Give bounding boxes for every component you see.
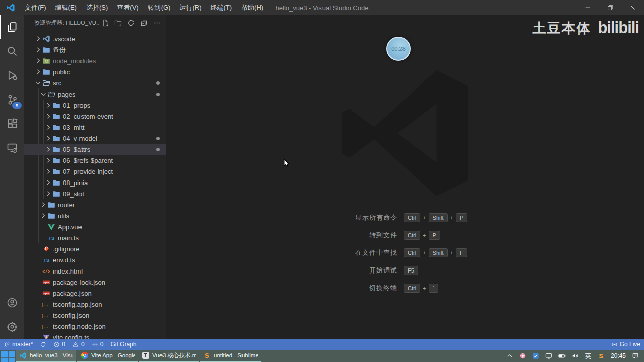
ime-indicator[interactable]: 英	[583, 350, 594, 362]
tree-item[interactable]: 05_$attrs	[24, 144, 166, 155]
chrome-icon	[80, 352, 88, 359]
menu-item-7[interactable]: 帮助(H)	[236, 0, 268, 15]
tree-item[interactable]: vite.config.ts	[24, 332, 166, 339]
activity-item-source-control[interactable]: 5	[0, 87, 24, 112]
tree-item[interactable]: TSmain.ts	[24, 232, 166, 243]
tree-item[interactable]: 08_pinia	[24, 177, 166, 188]
chevron-right-icon	[34, 57, 42, 65]
status-git-sync[interactable]	[36, 339, 50, 350]
tree-item[interactable]: 04_v-model	[24, 133, 166, 144]
shortcut-label: 显示所有命令	[312, 213, 397, 222]
status-warnings[interactable]: 0	[69, 339, 88, 350]
folder-icon	[52, 190, 60, 198]
activity-item-extensions[interactable]	[0, 112, 24, 136]
chevron-right-icon	[44, 112, 52, 120]
tree-item[interactable]: 02_custom-event	[24, 111, 166, 122]
clock[interactable]: 20:45	[609, 350, 628, 362]
svg-text:npm: npm	[44, 292, 49, 295]
title-bar: 文件(F)编辑(E)选择(S)查看(V)转到(G)运行(R)终端(T)帮助(H)…	[0, 0, 644, 15]
chevron-placeholder	[34, 278, 42, 286]
tree-item-label: 08_pinia	[63, 179, 88, 187]
tray-expand[interactable]	[504, 350, 515, 362]
chevron-right-icon	[39, 201, 47, 209]
tree-item[interactable]: TSenv.d.ts	[24, 254, 166, 265]
tree-item[interactable]: App.vue	[24, 221, 166, 232]
tree-item[interactable]: 03_mitt	[24, 122, 166, 133]
activity-item-explorer[interactable]	[0, 15, 24, 39]
tree-item[interactable]: {..}tsconfig.json	[24, 310, 166, 321]
ime-indicator-text: 英	[585, 352, 591, 360]
tree-item[interactable]: {..}tsconfig.app.json	[24, 299, 166, 310]
speaker-icon	[572, 352, 579, 359]
menu-item-5[interactable]: 运行(R)	[175, 0, 206, 15]
tree-item[interactable]: {..}tsconfig.node.json	[24, 321, 166, 332]
new-folder-button[interactable]	[113, 18, 123, 28]
taskbar-task-chrome[interactable]: Vite App - Google ...	[77, 350, 138, 362]
tray-volume[interactable]	[570, 350, 581, 362]
menu-item-1[interactable]: 编辑(E)	[51, 0, 82, 15]
activity-item-search[interactable]	[0, 39, 24, 63]
menu-item-3[interactable]: 查看(V)	[112, 0, 143, 15]
tree-item[interactable]: npmpackage.json	[24, 288, 166, 299]
more-actions-button[interactable]	[152, 18, 162, 28]
chevron-up-icon	[506, 352, 513, 359]
activity-item-run-debug[interactable]	[0, 63, 24, 87]
close-button[interactable]	[621, 0, 644, 15]
activity-item-remote-explorer[interactable]	[0, 136, 24, 160]
tree-item[interactable]: utils	[24, 210, 166, 221]
taskbar-task-sublime[interactable]: Suntitled - Sublime T...	[200, 350, 261, 362]
tray-sublime[interactable]: S	[596, 350, 607, 362]
tray-app-blue[interactable]	[530, 350, 541, 362]
taskbar-task-vscode[interactable]: hello_vue3 - Visual ...	[16, 350, 76, 362]
tree-item[interactable]: router	[24, 199, 166, 210]
tree-item[interactable]: 07_provide-inject	[24, 166, 166, 177]
activity-item-settings[interactable]	[0, 315, 24, 339]
action-center[interactable]	[630, 350, 641, 362]
menu-item-6[interactable]: 终端(T)	[206, 0, 236, 15]
status-go-live[interactable]: Go Live	[608, 339, 644, 350]
tray-display[interactable]	[543, 350, 554, 362]
tree-item[interactable]: </>index.html	[24, 265, 166, 277]
status-errors[interactable]: 0	[50, 339, 69, 350]
tree-item-label: tsconfig.app.json	[53, 301, 102, 308]
html-icon: </>	[42, 267, 50, 275]
tree-item[interactable]: .vscode	[24, 33, 166, 44]
tree-item[interactable]: .gitignore	[24, 243, 166, 254]
refresh-button[interactable]	[126, 18, 136, 28]
taskbar-task-typora[interactable]: TVue3 核心技术.md - ...	[139, 350, 199, 362]
tree-item[interactable]: pages	[24, 88, 166, 100]
tree-item[interactable]: public	[24, 66, 166, 77]
scm-badge: 5	[12, 102, 22, 109]
key-cap: Ctrl	[404, 213, 420, 222]
overlay-timer-badge: 00:28	[386, 37, 411, 61]
tray-battery[interactable]	[556, 350, 568, 362]
tree-item-label: .gitignore	[53, 245, 79, 253]
activity-item-account[interactable]	[0, 291, 24, 315]
menu-item-0[interactable]: 文件(F)	[20, 0, 51, 15]
new-file-button[interactable]	[100, 18, 110, 28]
collapse-all-button[interactable]	[139, 18, 149, 28]
tree-item[interactable]: 09_slot	[24, 188, 166, 199]
start-button[interactable]	[0, 350, 16, 362]
tree-item[interactable]: 备份	[24, 44, 166, 55]
tree-item-label: main.ts	[58, 234, 79, 242]
tree-item[interactable]: 06_$refs-$parent	[24, 155, 166, 166]
status-git-branch[interactable]: master*	[0, 339, 36, 350]
action-center-icon	[632, 352, 639, 359]
restore-button[interactable]	[599, 0, 621, 15]
tree-item[interactable]: src	[24, 77, 166, 88]
tree-item[interactable]: node_modules	[24, 55, 166, 66]
status-ports[interactable]: 0	[88, 339, 107, 350]
shortcut-label: 转到文件	[312, 231, 397, 240]
menu-item-2[interactable]: 选择(S)	[82, 0, 112, 15]
tree-item[interactable]: npmpackage-lock.json	[24, 277, 166, 288]
tray-app-flower[interactable]	[517, 350, 528, 362]
tree-item-label: 01_props	[63, 102, 90, 109]
activity-bar: 5	[0, 15, 24, 339]
status-git-graph[interactable]: Git Graph	[107, 339, 140, 350]
minimize-button[interactable]	[576, 0, 599, 15]
tree-item[interactable]: 01_props	[24, 100, 166, 111]
tree-item-label: App.vue	[58, 223, 82, 231]
menu-item-4[interactable]: 转到(G)	[143, 0, 175, 15]
debug-icon	[7, 70, 18, 81]
